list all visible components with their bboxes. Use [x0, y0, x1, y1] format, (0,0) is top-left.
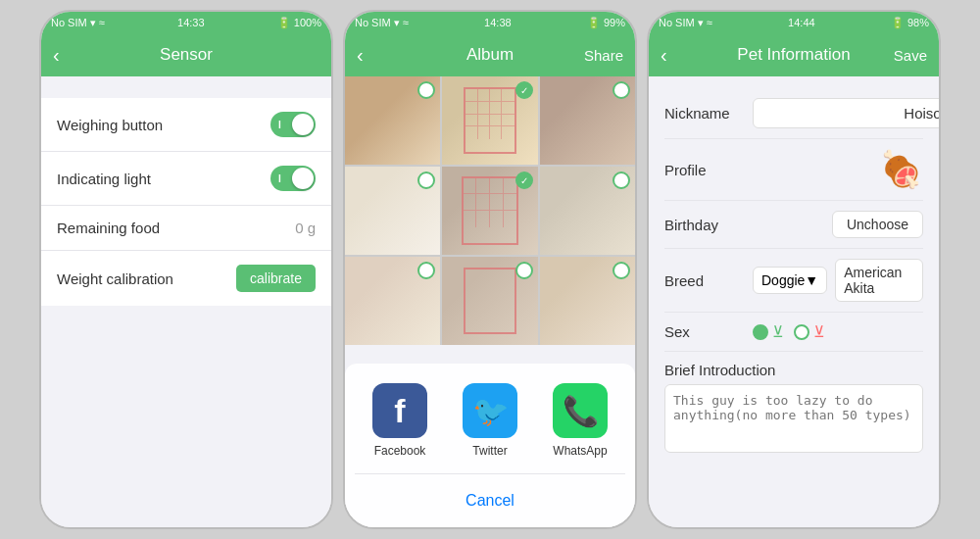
album-cell-8[interactable] — [442, 257, 537, 345]
battery-1: 100% — [294, 17, 321, 28]
share-app-whatsapp[interactable]: 📞 WhatsApp — [553, 383, 608, 458]
nav-title-sensor: Sensor — [160, 45, 213, 65]
select-indicator-9 — [612, 262, 630, 279]
nav-bar-album: ‹ Album Share — [345, 33, 635, 76]
pet-info-screen-content: Nickname Profile 🍖 Birthday Unchoose Bre… — [649, 76, 939, 527]
nickname-input[interactable] — [753, 98, 939, 128]
album-cell-4[interactable] — [345, 167, 440, 255]
twitter-label: Twitter — [472, 444, 507, 458]
select-indicator-3 — [612, 81, 630, 99]
pet-form: Nickname Profile 🍖 Birthday Unchoose Bre… — [649, 76, 939, 468]
back-button-sensor[interactable]: ‹ — [53, 44, 60, 67]
battery-3: 98% — [907, 17, 929, 28]
select-indicator-1 — [417, 81, 435, 99]
breed-row: Breed Doggie▼ American Akita — [664, 249, 923, 313]
select-indicator-6 — [612, 172, 630, 189]
breed-select-value: Doggie▼ — [761, 272, 818, 288]
share-modal: f Facebook 🐦 Twitter 📞 WhatsApp — [345, 364, 635, 527]
signal-1: ▾ ≈ — [90, 17, 105, 29]
facebook-label: Facebook — [374, 444, 426, 458]
radio-female — [794, 324, 809, 340]
album-grid — [345, 76, 635, 345]
sex-options: ⊻ ⊻ — [753, 322, 923, 341]
album-cell-5[interactable] — [442, 167, 537, 255]
nav-title-album: Album — [466, 45, 514, 65]
weighing-button-label: Weighing button — [57, 117, 163, 133]
toggle-knob-1 — [292, 114, 314, 135]
share-app-twitter[interactable]: 🐦 Twitter — [463, 383, 517, 458]
select-indicator-2 — [515, 81, 533, 99]
phone-sensor: No SIM ▾ ≈ 14:33 🔋 100% ‹ Sensor Weighin… — [39, 10, 333, 529]
album-cell-9[interactable] — [540, 257, 635, 345]
male-symbol: ⊻ — [772, 322, 784, 341]
indicating-light-row: Indicating light — [41, 152, 331, 206]
sensor-settings-list: Weighing button Indicating light Remaini… — [41, 98, 331, 306]
weighing-button-toggle[interactable] — [270, 112, 316, 137]
twitter-icon[interactable]: 🐦 — [463, 383, 517, 438]
brief-intro-section: Brief Introduction — [664, 352, 923, 457]
nav-title-pet-info: Pet Information — [737, 45, 850, 65]
weight-calibration-row: Weight calibration calibrate — [41, 251, 331, 306]
share-nav-button[interactable]: Share — [584, 47, 623, 64]
album-cell-2[interactable] — [442, 76, 537, 165]
birthday-label: Birthday — [664, 217, 743, 233]
back-button-album[interactable]: ‹ — [357, 44, 364, 67]
select-indicator-5 — [515, 172, 533, 189]
status-bar-1: No SIM ▾ ≈ 14:33 🔋 100% — [41, 12, 331, 33]
album-cell-1[interactable] — [345, 76, 440, 165]
share-app-facebook[interactable]: f Facebook — [372, 383, 427, 458]
sensor-screen-content: Weighing button Indicating light Remaini… — [41, 76, 331, 527]
time-3: 14:44 — [788, 17, 815, 28]
twitter-bird: 🐦 — [472, 394, 509, 428]
indicating-light-toggle[interactable] — [270, 166, 316, 191]
breed-name-field[interactable]: American Akita — [835, 259, 923, 302]
nav-bar-pet-info: ‹ Pet Information Save — [649, 33, 939, 76]
cancel-bar: Cancel — [355, 473, 625, 517]
female-symbol: ⊻ — [813, 322, 825, 341]
phone-album: No SIM ▾ ≈ 14:38 🔋 99% ‹ Album Share — [343, 10, 637, 529]
sex-male-option[interactable]: ⊻ — [753, 322, 784, 341]
whatsapp-phone: 📞 — [563, 394, 599, 428]
status-bar-3: No SIM ▾ ≈ 14:44 🔋 98% — [649, 12, 939, 33]
profile-emoji[interactable]: 🍖 — [879, 149, 923, 190]
facebook-icon[interactable]: f — [372, 383, 427, 438]
whatsapp-icon[interactable]: 📞 — [553, 383, 608, 438]
remaining-food-row: Remaining food 0 g — [41, 206, 331, 251]
calibrate-button[interactable]: calibrate — [236, 265, 316, 292]
album-cell-6[interactable] — [540, 167, 635, 255]
share-icons-row: f Facebook 🐦 Twitter 📞 WhatsApp — [355, 383, 625, 458]
battery-icon-2: 🔋 — [587, 17, 601, 29]
battery-2: 99% — [604, 17, 625, 28]
weighing-button-row: Weighing button — [41, 98, 331, 152]
nickname-row: Nickname — [664, 88, 923, 139]
remaining-food-label: Remaining food — [57, 220, 160, 236]
back-button-pet-info[interactable]: ‹ — [661, 44, 667, 67]
weight-calibration-label: Weight calibration — [57, 270, 173, 287]
album-cell-3[interactable] — [540, 76, 635, 165]
select-indicator-4 — [417, 172, 435, 189]
cancel-button[interactable]: Cancel — [355, 484, 625, 517]
save-button[interactable]: Save — [894, 47, 927, 64]
brief-intro-label: Brief Introduction — [664, 352, 923, 384]
birthday-picker[interactable]: Unchoose — [832, 211, 923, 238]
signal-3: ▾ ≈ — [698, 17, 712, 29]
brief-intro-textarea[interactable] — [664, 384, 923, 453]
album-screen-content: f Facebook 🐦 Twitter 📞 WhatsApp — [345, 76, 635, 527]
breed-select-dropdown[interactable]: Doggie▼ — [753, 267, 827, 294]
select-indicator-7 — [417, 262, 435, 279]
select-indicator-8 — [515, 262, 533, 279]
birthday-row: Birthday Unchoose — [664, 201, 923, 249]
time-1: 14:33 — [177, 17, 205, 28]
carrier-1: No SIM — [51, 17, 87, 28]
breed-label: Breed — [664, 272, 743, 289]
battery-icon-1: 🔋 — [277, 17, 291, 29]
album-cell-7[interactable] — [345, 257, 440, 345]
phone-pet-info: No SIM ▾ ≈ 14:44 🔋 98% ‹ Pet Information… — [647, 10, 941, 529]
profile-row: Profile 🍖 — [664, 139, 923, 201]
facebook-f-letter: f — [394, 392, 405, 430]
signal-2: ▾ ≈ — [394, 17, 409, 29]
sex-row: Sex ⊻ ⊻ — [664, 313, 923, 352]
carrier-2: No SIM — [355, 17, 391, 28]
nav-bar-sensor: ‹ Sensor — [41, 33, 331, 76]
sex-female-option[interactable]: ⊻ — [794, 322, 825, 341]
